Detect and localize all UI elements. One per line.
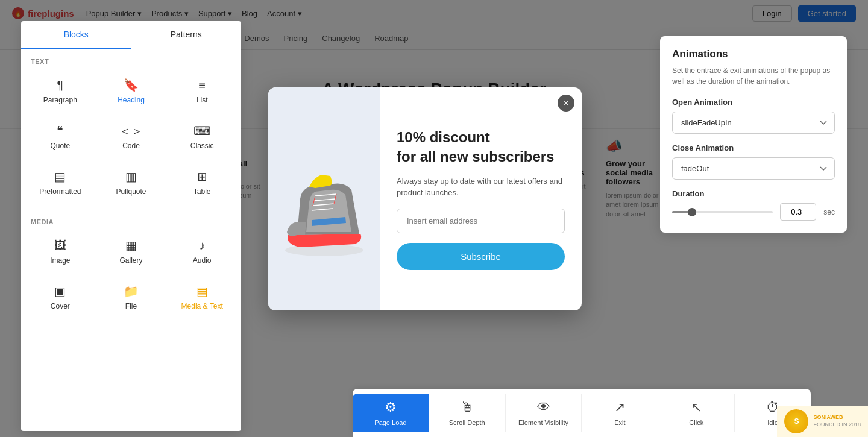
heading-label: Heading bbox=[118, 96, 145, 104]
animations-description: Set the entrace & exit animations of the… bbox=[672, 65, 835, 87]
block-heading[interactable]: 🔖 Heading bbox=[97, 70, 166, 113]
block-table[interactable]: ⊞ Table bbox=[168, 162, 236, 205]
pullquote-label: Pullquote bbox=[116, 187, 146, 196]
click-label: Click bbox=[689, 419, 703, 426]
preformatted-label: Preformatted bbox=[39, 187, 81, 196]
tab-patterns[interactable]: Patterns bbox=[131, 21, 242, 49]
exit-label: Exit bbox=[614, 419, 625, 426]
duration-slider-thumb[interactable] bbox=[688, 208, 696, 216]
tab-blocks[interactable]: Blocks bbox=[21, 21, 131, 49]
subscribe-button[interactable]: Subscribe bbox=[397, 243, 565, 270]
file-label: File bbox=[125, 302, 137, 310]
heading-icon: 🔖 bbox=[124, 79, 139, 91]
gallery-label: Gallery bbox=[119, 256, 142, 265]
table-icon: ⊞ bbox=[197, 171, 207, 183]
elementvisibility-icon: 👁 bbox=[537, 400, 550, 415]
popup-modal: × 10% discount fo bbox=[268, 87, 582, 310]
watermark-text: SONIAWEB FOUNDED IN 2018 bbox=[813, 414, 861, 428]
idle-label: Idle bbox=[767, 419, 778, 426]
block-cover[interactable]: ▣ Cover bbox=[26, 276, 95, 319]
list-icon: ≡ bbox=[198, 79, 206, 91]
block-pullquote[interactable]: ▥ Pullquote bbox=[97, 162, 166, 205]
classic-icon: ⌨ bbox=[193, 125, 211, 137]
trigger-exit[interactable]: ↗ Exit bbox=[582, 394, 658, 432]
list-label: List bbox=[197, 96, 208, 104]
paragraph-icon: ¶ bbox=[57, 79, 63, 91]
code-icon: ＜＞ bbox=[119, 125, 143, 137]
preformatted-icon: ▤ bbox=[54, 171, 66, 183]
code-label: Code bbox=[122, 142, 140, 150]
block-gallery[interactable]: ▦ Gallery bbox=[97, 230, 166, 274]
table-label: Table bbox=[193, 187, 211, 196]
quote-icon: ❝ bbox=[57, 125, 63, 137]
gallery-icon: ▦ bbox=[125, 239, 137, 251]
duration-label: Duration bbox=[672, 189, 835, 198]
audio-icon: ♪ bbox=[199, 239, 205, 251]
popup-content: 10% discount for all new subscribers Alw… bbox=[380, 87, 582, 310]
watermark-logo: S bbox=[784, 409, 808, 433]
pageload-icon: ⚙ bbox=[385, 400, 397, 415]
duration-slider-track[interactable] bbox=[672, 211, 773, 213]
close-animation-label: Close Animation bbox=[672, 143, 835, 152]
block-classic[interactable]: ⌨ Classic bbox=[168, 116, 236, 159]
animations-title: Animations bbox=[672, 48, 835, 60]
scrolldepth-icon: 🖱 bbox=[461, 400, 474, 415]
trigger-scrolldepth[interactable]: 🖱 Scroll Depth bbox=[429, 394, 506, 432]
block-file[interactable]: 📁 File bbox=[97, 276, 166, 319]
media-text-label: Media & Text bbox=[181, 302, 223, 310]
text-blocks-grid: ¶ Paragraph 🔖 Heading ≡ List ❝ Quote ＜＞ … bbox=[21, 70, 241, 210]
cover-label: Cover bbox=[51, 302, 70, 310]
open-animation-select[interactable]: slideFadeUpIn fadeIn slideInLeft slideIn… bbox=[672, 112, 835, 134]
popup-title: 10% discount for all new subscribers bbox=[397, 128, 565, 165]
popup-close-button[interactable]: × bbox=[558, 95, 574, 112]
image-label: Image bbox=[50, 256, 70, 265]
block-audio[interactable]: ♪ Audio bbox=[168, 230, 236, 274]
block-preformatted[interactable]: ▤ Preformatted bbox=[26, 162, 95, 205]
email-input[interactable] bbox=[397, 209, 565, 233]
pageload-label: Page Load bbox=[374, 419, 406, 426]
animations-panel: Animations Set the entrace & exit animat… bbox=[660, 36, 847, 233]
trigger-bar: ⚙ Page Load 🖱 Scroll Depth 👁 Element Vis… bbox=[353, 389, 811, 437]
trigger-elementvisibility[interactable]: 👁 Element Visibility bbox=[506, 394, 582, 432]
popup-description: Always stay up to date with our latest o… bbox=[397, 175, 565, 199]
blocks-panel: Blocks Patterns TEXT ¶ Paragraph 🔖 Headi… bbox=[21, 21, 241, 431]
audio-label: Audio bbox=[193, 256, 212, 265]
block-image[interactable]: 🖼 Image bbox=[26, 230, 95, 274]
file-icon: 📁 bbox=[124, 285, 139, 297]
watermark: S SONIAWEB FOUNDED IN 2018 bbox=[777, 406, 868, 437]
block-media-text[interactable]: ▤ Media & Text bbox=[168, 276, 236, 319]
block-list[interactable]: ≡ List bbox=[168, 70, 236, 113]
panel-tabs: Blocks Patterns bbox=[21, 21, 241, 49]
duration-row: sec bbox=[672, 203, 835, 221]
media-section-label: MEDIA bbox=[21, 210, 241, 230]
paragraph-label: Paragraph bbox=[43, 96, 77, 104]
trigger-click[interactable]: ↖ Click bbox=[658, 394, 735, 432]
popup-image-area bbox=[268, 87, 380, 310]
scrolldepth-label: Scroll Depth bbox=[449, 419, 485, 426]
duration-input[interactable] bbox=[780, 203, 816, 221]
block-paragraph[interactable]: ¶ Paragraph bbox=[26, 70, 95, 113]
block-quote[interactable]: ❝ Quote bbox=[26, 116, 95, 159]
cover-icon: ▣ bbox=[54, 285, 66, 297]
media-text-icon: ▤ bbox=[197, 285, 208, 297]
image-icon: 🖼 bbox=[54, 239, 66, 251]
quote-label: Quote bbox=[50, 142, 70, 150]
duration-unit: sec bbox=[823, 208, 835, 216]
block-code[interactable]: ＜＞ Code bbox=[97, 116, 166, 159]
close-animation-select[interactable]: fadeOut slideOutDown zoomOut bbox=[672, 157, 835, 180]
trigger-pageload[interactable]: ⚙ Page Load bbox=[353, 394, 429, 432]
click-icon: ↖ bbox=[691, 400, 702, 415]
shoe-image bbox=[276, 139, 373, 259]
media-blocks-grid: 🖼 Image ▦ Gallery ♪ Audio ▣ Cover 📁 File… bbox=[21, 230, 241, 324]
open-animation-label: Open Animation bbox=[672, 98, 835, 107]
text-section-label: TEXT bbox=[21, 49, 241, 70]
classic-label: Classic bbox=[190, 142, 214, 150]
pullquote-icon: ▥ bbox=[125, 171, 137, 183]
elementvisibility-label: Element Visibility bbox=[518, 419, 568, 426]
exit-icon: ↗ bbox=[614, 400, 625, 415]
